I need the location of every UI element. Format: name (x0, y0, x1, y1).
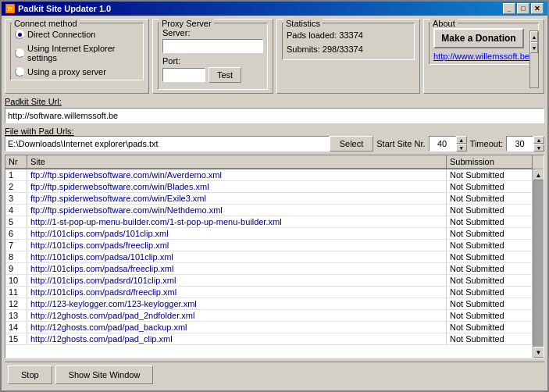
timeout-spinner: ▲ ▼ (506, 136, 544, 151)
table-row[interactable]: 5http://1-st-pop-up-menu-builder.com/1-s… (5, 216, 533, 228)
table-row[interactable]: 3ftp://ftp.spiderwebsoftware.com/win/Exi… (5, 193, 533, 205)
cell-nr: 4 (5, 205, 27, 216)
start-site-up[interactable]: ▲ (456, 136, 467, 144)
radio-proxy-label: Using a proxy server (27, 67, 106, 77)
donate-button[interactable]: Make a Donation (433, 28, 524, 48)
cell-submission: Not Submitted (447, 333, 533, 344)
radio-direct-input[interactable] (15, 30, 24, 39)
table-scroll-up[interactable]: ▲ (533, 169, 544, 180)
cell-site: http://12ghosts.com/pad/pad_clip.xml (27, 333, 447, 344)
cell-site: ftp://ftp.spiderwebsoftware.com/win/Exil… (27, 193, 447, 204)
radio-ie-input[interactable] (15, 48, 24, 58)
minimize-button[interactable]: _ (503, 3, 515, 14)
file-pad-label: File with Pad Urls: (5, 127, 544, 136)
cell-site: ftp://ftp.spiderwebsoftware.com/win/Neth… (27, 205, 447, 216)
about-panel-inner: Make a Donation http://www.willemssoft.b… (429, 23, 539, 65)
main-window: P Padkit Site Updater 1.0 _ □ ✕ Connect … (0, 0, 549, 392)
timeout-label: Timeout: (470, 139, 503, 148)
table-body-wrapper: 1ftp://ftp.spiderwebsoftware.com/win/Ave… (5, 169, 544, 358)
cell-site: http://1-st-pop-up-menu-builder.com/1-st… (27, 216, 447, 227)
connect-panel-label: Connect method (12, 19, 80, 28)
table-row[interactable]: 7http://101clips.com/pads/freeclip.xmlNo… (5, 240, 533, 251)
table-scroll-down[interactable]: ▼ (533, 347, 544, 358)
file-path-row: Select Start Site Nr. ▲ ▼ Timeout: (5, 136, 544, 151)
about-panel: About Make a Donation http://www.willems… (423, 19, 544, 94)
table-row[interactable]: 4ftp://ftp.spiderwebsoftware.com/win/Net… (5, 205, 533, 216)
table-row[interactable]: 12http://123-keylogger.com/123-keylogger… (5, 298, 533, 310)
select-button[interactable]: Select (330, 136, 374, 151)
cell-site: http://12ghosts.com/pad/pad_2ndfolder.xm… (27, 310, 447, 321)
cell-site: http://12ghosts.com/pad/pad_backup.xml (27, 322, 447, 333)
file-path-input[interactable] (5, 136, 330, 151)
stats-panel-inner: Pads loaded: 33374 Submits: 298/33374 (282, 23, 415, 60)
cell-site: http://101clips.com/padsa/freeclip.xml (27, 263, 447, 274)
cell-nr: 1 (5, 169, 27, 180)
website-link[interactable]: http://www.willemssoft.be (433, 52, 529, 61)
timeout-input[interactable] (506, 136, 533, 151)
stop-button[interactable]: Stop (8, 365, 52, 384)
test-button[interactable]: Test (209, 67, 241, 83)
scroll-down-arrow[interactable]: ▼ (530, 42, 538, 53)
timeout-up[interactable]: ▲ (533, 136, 544, 144)
port-input[interactable] (162, 68, 205, 82)
table-scrollbar[interactable]: ▲ ▼ (533, 169, 544, 358)
pads-loaded-text: Pads loaded: 33374 (287, 28, 410, 42)
scroll-up-arrow[interactable]: ▲ (530, 31, 538, 42)
start-site-label: Start Site Nr. (376, 139, 425, 148)
cell-submission: Not Submitted (447, 228, 533, 239)
connect-method-panel: Connect method Direct Connection Using I… (5, 19, 149, 94)
radio-direct-dot (18, 33, 22, 37)
radio-proxy-input[interactable] (15, 67, 24, 77)
cell-submission: Not Submitted (447, 275, 533, 286)
window-title: Padkit Site Updater 1.0 (18, 4, 111, 13)
port-label: Port: (162, 56, 263, 66)
top-panels: Connect method Direct Connection Using I… (5, 19, 544, 94)
cell-nr: 2 (5, 181, 27, 192)
stats-panel-label: Statistics (283, 19, 323, 28)
scrollbar-header-spacer (533, 155, 544, 169)
radio-ie[interactable]: Using Internet Explorer settings (15, 44, 139, 62)
show-site-window-button[interactable]: Show Site Window (55, 365, 154, 384)
cell-nr: 15 (5, 333, 27, 344)
table-row[interactable]: 10http://101clips.com/padsrd/101clip.xml… (5, 275, 533, 287)
radio-direct[interactable]: Direct Connection (15, 30, 139, 39)
table-row[interactable]: 15http://12ghosts.com/pad/pad_clip.xmlNo… (5, 333, 533, 345)
maximize-button[interactable]: □ (517, 3, 529, 14)
cell-submission: Not Submitted (447, 310, 533, 321)
port-field-group: Port: Test (162, 56, 263, 83)
table-row[interactable]: 1ftp://ftp.spiderwebsoftware.com/win/Ave… (5, 169, 533, 181)
cell-nr: 5 (5, 216, 27, 227)
server-label: Server: (162, 28, 263, 37)
cell-site: ftp://ftp.spiderwebsoftware.com/win/Blad… (27, 181, 447, 192)
cell-nr: 14 (5, 322, 27, 333)
cell-site: http://101clips.com/padsrd/101clip.xml (27, 275, 447, 286)
table-row[interactable]: 2ftp://ftp.spiderwebsoftware.com/win/Bla… (5, 181, 533, 193)
timeout-down[interactable]: ▼ (533, 144, 544, 151)
server-input[interactable] (162, 39, 263, 53)
table-row[interactable]: 8http://101clips.com/padsa/101clip.xmlNo… (5, 251, 533, 263)
table-row[interactable]: 9http://101clips.com/padsa/freeclip.xmlN… (5, 263, 533, 275)
close-button[interactable]: ✕ (531, 3, 544, 14)
table-row[interactable]: 13http://12ghosts.com/pad/pad_2ndfolder.… (5, 310, 533, 322)
radio-ie-label: Using Internet Explorer settings (27, 44, 139, 62)
title-bar-left: P Padkit Site Updater 1.0 (5, 4, 111, 13)
cell-site: http://101clips.com/pads/101clip.xml (27, 228, 447, 239)
start-site-down[interactable]: ▼ (456, 144, 467, 151)
col-header-site: Site (27, 155, 447, 169)
table-row[interactable]: 6http://101clips.com/pads/101clip.xmlNot… (5, 228, 533, 240)
cell-submission: Not Submitted (447, 287, 533, 298)
cell-submission: Not Submitted (447, 298, 533, 309)
table-row[interactable]: 14http://12ghosts.com/pad/pad_backup.xml… (5, 322, 533, 333)
padkit-url-section: Padkit Site Url: (5, 97, 544, 123)
table-row[interactable]: 11http://101clips.com/padsrd/freeclip.xm… (5, 287, 533, 298)
cell-nr: 13 (5, 310, 27, 321)
cell-submission: Not Submitted (447, 251, 533, 262)
padkit-url-input[interactable] (5, 108, 544, 123)
radio-proxy[interactable]: Using a proxy server (15, 67, 139, 77)
start-site-input[interactable] (429, 136, 456, 151)
port-test-row: Test (162, 67, 263, 83)
cell-nr: 11 (5, 287, 27, 298)
title-bar: P Padkit Site Updater 1.0 _ □ ✕ (2, 2, 547, 16)
cell-nr: 7 (5, 240, 27, 251)
cell-submission: Not Submitted (447, 181, 533, 192)
